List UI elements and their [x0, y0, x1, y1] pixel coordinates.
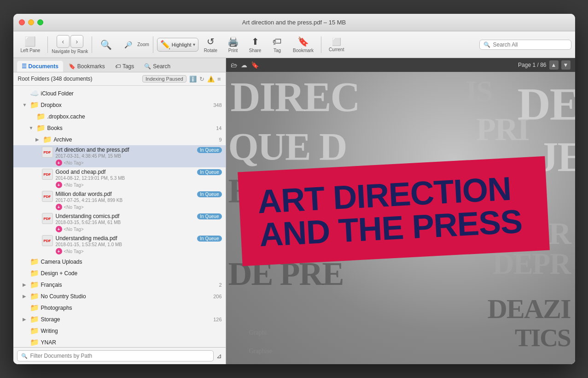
pdf-viewer-panel: 🗁 ☁ 🔖 Page 1 / 86 ▲ ▼ — [226, 58, 575, 364]
highlight-button[interactable]: ✏️ Highlight ▾ — [157, 38, 198, 52]
search-toolbar[interactable]: 🔍 — [479, 40, 571, 50]
in-queue-badge-comics: In Queue — [197, 213, 221, 219]
file-tag-row-million: + <No Tag> — [56, 204, 222, 210]
maximize-button[interactable] — [37, 19, 43, 25]
file-item-comics[interactable]: PDF Understanding comics.pdf In Queue 20… — [13, 212, 226, 234]
books-folder-icon: 📁 — [36, 124, 46, 132]
writing-label: Writing — [41, 328, 222, 334]
file-name-million: Million dollar words.pdf — [56, 191, 112, 197]
sidebar-icon: ⬜ — [24, 36, 36, 47]
sidebar-item-francais[interactable]: ▶ 📁 Français 2 — [13, 279, 226, 290]
tab-bookmarks[interactable]: 🔖 Bookmarks — [64, 61, 110, 72]
filter-input[interactable] — [30, 353, 210, 359]
typo-direc: DIREC — [231, 77, 360, 118]
bookmark-button[interactable]: 🔖 Bookmark — [289, 34, 317, 55]
sidebar-item-dropbox[interactable]: ▼ 📁 Dropbox 348 — [13, 99, 226, 111]
bookmark-icon: 🔖 — [297, 36, 309, 47]
pdf-page-info: Page 1 / 86 ▲ ▼ — [518, 60, 570, 70]
dropbox-count: 348 — [213, 102, 221, 108]
no-tag-media: <No Tag> — [64, 249, 84, 254]
bookmark-small-icon[interactable]: 🔖 — [251, 61, 259, 69]
tab-search[interactable]: 🔍 Search — [140, 61, 175, 72]
pdf-icon-comics: PDF — [42, 213, 53, 224]
pdf-toolbar: 🗁 ☁ 🔖 Page 1 / 86 ▲ ▼ — [226, 58, 575, 72]
current-view-button[interactable]: ⬜ Current — [325, 35, 348, 54]
zoom-in-button[interactable]: 🔎 — [118, 39, 138, 50]
file-meta-million: 2017-07-25, 4:21:16 AM, 899 KB — [56, 198, 222, 203]
tab-tags[interactable]: 🏷 Tags — [111, 61, 139, 72]
add-tag-icon-million[interactable]: + — [56, 204, 62, 210]
refresh-icon[interactable]: ↻ — [199, 76, 204, 83]
sidebar-item-design[interactable]: 📁 Design + Code — [13, 267, 226, 279]
sidebar-item-archive[interactable]: ▶ 📁 Archive 9 — [13, 134, 226, 145]
file-item-million[interactable]: PDF Million dollar words.pdf In Queue 20… — [13, 189, 226, 212]
add-tag-icon-art[interactable]: + — [56, 159, 62, 166]
print-button[interactable]: 🖨️ Print — [223, 34, 243, 55]
nocountry-count: 206 — [213, 294, 221, 299]
folder-icon[interactable]: 🗁 — [231, 61, 237, 69]
file-item-media[interactable]: PDF Understanding media.pdf In Queue 201… — [13, 234, 226, 256]
navigate-back-button[interactable]: ‹ — [57, 35, 70, 48]
cloud-icon[interactable]: ☁ — [241, 61, 247, 69]
filter-funnel-icon[interactable]: ⊿ — [216, 352, 222, 360]
info-icon[interactable]: ℹ️ — [189, 76, 197, 83]
tag-button[interactable]: 🏷 Tag — [267, 35, 287, 55]
left-pane-button[interactable]: ⬜ Left Pane — [17, 34, 44, 55]
sidebar-item-dropbox-cache[interactable]: 📁 .dropbox.cache — [13, 111, 226, 122]
sidebar-item-icloud[interactable]: ☁️ iCloud Folder — [13, 88, 226, 99]
search-toolbar-icon: 🔍 — [483, 41, 490, 48]
typo-que-d: QUE D — [228, 127, 347, 166]
add-tag-icon-comics[interactable]: + — [56, 226, 62, 232]
print-icon: 🖨️ — [227, 36, 239, 47]
file-meta-media: 2018-01-15, 1:53:52 AM, 1.0 MB — [56, 242, 222, 247]
page-next-button[interactable]: ▼ — [561, 60, 571, 70]
share-button[interactable]: ⬆ Share — [245, 34, 265, 55]
icloud-icon: ☁️ — [30, 89, 39, 98]
separator-1 — [47, 36, 48, 53]
dropbox-folder-icon: 📁 — [30, 100, 39, 109]
page-prev-button[interactable]: ▲ — [549, 60, 559, 70]
file-item-good-cheap[interactable]: PDF Good and cheap.pdf In Queue 2014-08-… — [13, 167, 226, 189]
tab-bookmarks-label: Bookmarks — [77, 63, 105, 70]
sidebar-item-books[interactable]: ▼ 📁 Books 14 — [13, 122, 226, 134]
separator-4 — [321, 36, 321, 53]
no-tag-art: <No Tag> — [64, 160, 84, 165]
search-toolbar-input[interactable] — [493, 41, 567, 48]
sidebar-item-no-country[interactable]: ▶ 📁 No Country Studio 206 — [13, 290, 226, 302]
typo-deazi: DEAZI — [487, 295, 570, 323]
chevron-down-icon-books: ▼ — [29, 125, 35, 130]
typo-depri: PRI — [476, 113, 529, 146]
sidebar-item-storage[interactable]: ▶ 📁 Storage 126 — [13, 313, 226, 325]
zoom-out-button[interactable]: 🔍 — [96, 37, 116, 52]
no-tag-million: <No Tag> — [64, 205, 84, 210]
in-queue-badge-good: In Queue — [197, 169, 221, 175]
sidebar-item-photographs[interactable]: 📁 Photographs — [13, 302, 226, 313]
content-area: ☰ Documents 🔖 Bookmarks 🏷 Tags 🔍 Search — [13, 58, 575, 364]
tab-documents[interactable]: ☰ Documents — [17, 61, 63, 72]
red-banner: ART DIRECTIONAND THE PRESS — [238, 156, 550, 266]
filter-input-wrap[interactable]: 🔍 — [17, 350, 214, 361]
minimize-button[interactable] — [28, 19, 34, 25]
search-tab-icon: 🔍 — [144, 63, 151, 70]
add-tag-icon-good[interactable]: + — [56, 182, 62, 188]
pdf-page: DE JE DIREC QUE D E DE PRE DEAZI TICS IS… — [226, 72, 575, 364]
warning-icon: ⚠️ — [207, 76, 215, 83]
rotate-button[interactable]: ↺ Rotate — [200, 34, 221, 55]
sidebar-item-ynar[interactable]: 📁 YNAR — [13, 337, 226, 347]
file-item-art-direction[interactable]: PDF Art direction and the press.pdf In Q… — [13, 145, 226, 167]
file-name-art: Art direction and the press.pdf — [56, 147, 129, 153]
nocountry-folder-icon: 📁 — [30, 292, 39, 301]
ynar-label: YNAR — [41, 339, 222, 346]
bookmarks-tab-icon: 🔖 — [69, 63, 76, 70]
zoom-label: Zoom — [137, 42, 149, 47]
add-tag-icon-media[interactable]: + — [56, 248, 62, 254]
close-button[interactable] — [19, 19, 25, 25]
sidebar-item-camera[interactable]: 📁 Camera Uploads — [13, 256, 226, 267]
file-name-good: Good and cheap.pdf — [56, 169, 106, 175]
navigate-forward-button[interactable]: › — [70, 35, 83, 48]
sidebar-item-writing[interactable]: 📁 Writing — [13, 325, 226, 337]
archive-label: Archive — [54, 136, 217, 143]
menu-icon[interactable]: ≡ — [217, 76, 221, 83]
photos-label: Photographs — [41, 305, 222, 311]
filter-search-icon: 🔍 — [21, 353, 28, 359]
